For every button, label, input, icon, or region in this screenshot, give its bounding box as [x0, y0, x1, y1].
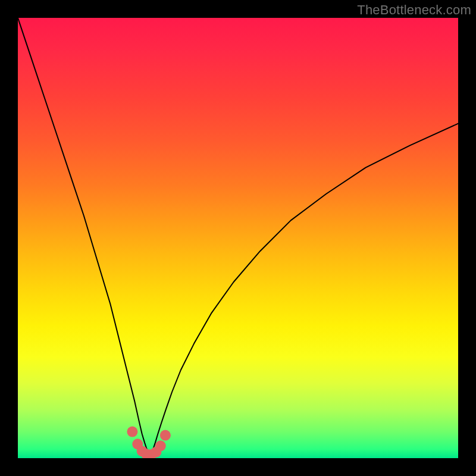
valley-marker	[155, 440, 166, 451]
watermark-text: TheBottleneck.com	[357, 2, 471, 18]
curve-right-branch	[150, 124, 458, 456]
valley-markers-group	[127, 427, 171, 458]
valley-marker	[127, 427, 137, 437]
valley-marker	[160, 430, 171, 441]
chart-svg	[18, 18, 458, 458]
curve-left-branch	[18, 18, 150, 456]
